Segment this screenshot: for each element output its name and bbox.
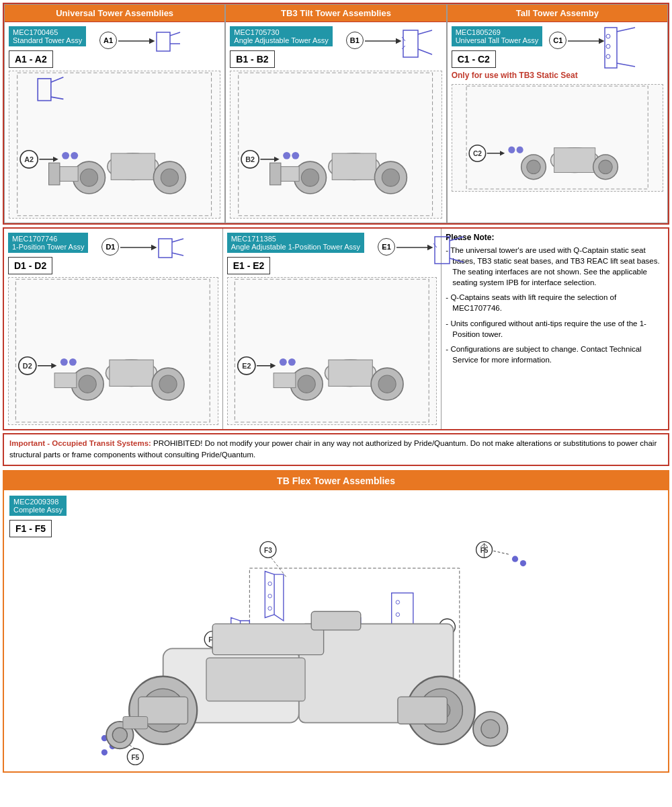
universal-node-a1-area: A1 [86,26,220,68]
tb-flex-svg: F3 F5 F4 F1 F2 [9,537,663,766]
note-item-4: - Configurations are subject to change. … [446,344,664,365]
tb-flex-body: MEC2009398 Complete Assy F1 - F5 F3 F5 [4,490,668,771]
svg-rect-151 [206,658,305,701]
arrow-b1 [365,34,405,48]
svg-point-52 [508,147,515,153]
svg-point-69 [69,358,77,366]
svg-point-18 [161,169,178,186]
svg-point-36 [302,169,319,186]
note-list: - The universal tower's are used with Q-… [446,245,664,365]
svg-text:F5: F5 [131,753,139,761]
tb3-body: MEC1705730 Angle Adjustable Tower Assy B… [226,22,446,223]
svg-rect-4 [17,73,212,216]
warning-bold-label: Important - Occupied Transit Systems: [9,439,151,447]
tall-svg: C2 [452,85,663,191]
svg-rect-71 [110,360,153,386]
e-part-info: MEC1711385 Angle Adjustable 1-Position T… [227,233,364,274]
node-c1: C1 [549,32,566,49]
bracket-a1 [153,29,187,56]
svg-text:D2: D2 [23,362,32,370]
svg-point-145 [481,720,500,738]
svg-rect-150 [123,716,148,728]
svg-point-91 [298,375,315,393]
svg-rect-64 [15,279,210,422]
svg-point-16 [80,169,97,186]
d-part-box: MEC1707746 1-Position Tower Assy [8,233,88,253]
e-node-e1-area: E1 [364,233,437,274]
tall-body: MEC1805269 Universal Tall Tower Assy C1 … [448,22,667,196]
svg-rect-48 [466,86,648,189]
svg-rect-22 [403,30,418,57]
tall-diagram: C2 [452,84,663,192]
svg-point-59 [598,160,612,174]
bracket-b1 [400,29,437,63]
bottom-section: TB Flex Tower Assemblies MEC2009398 Comp… [3,470,669,773]
tb3-part-number: MEC1705730 [234,28,279,36]
tb3-header: TB3 Tilt Tower Assemblies [226,5,446,22]
tb-flex-top-row: MEC2009398 Complete Assy F1 - F5 [9,496,663,537]
node-e1: E1 [378,238,395,256]
tb3-part-box: MEC1705730 Angle Adjustable Tower Assy [230,26,332,46]
svg-point-100 [520,560,526,566]
universal-body: MEC1700465 Standard Tower Assy A1 - A2 A… [5,22,224,223]
panel-tall: Tall Tower Assemby MEC1805269 Universal … [447,4,668,223]
arrow-e1 [396,241,437,254]
node-b1: B1 [346,32,364,49]
tall-part-name: Universal Tall Tower Assy [456,36,539,44]
svg-point-45 [606,34,610,38]
note-item-3: - Units configured without anti-tips req… [446,318,664,340]
universal-svg: A2 [9,71,220,218]
please-note-title: Please Note: [446,233,664,242]
universal-part-number: MEC1700465 [13,28,58,36]
e-part-name: Angle Adjustable 1-Position Tower Assy [231,243,360,251]
svg-text:B2: B2 [246,155,255,163]
d-top-row: MEC1707746 1-Position Tower Assy D1 - D2… [8,233,218,274]
e-diagram: E2 [227,277,437,425]
tb-flex-range: F1 - F5 [9,520,52,537]
svg-rect-5 [38,79,51,101]
universal-part-info: MEC1700465 Standard Tower Assy A1 - A2 [9,26,86,68]
node-a1: A1 [99,32,117,49]
f3-bracket-shape [265,571,284,621]
svg-point-57 [526,160,540,174]
svg-text:F3: F3 [264,546,272,553]
tall-node-c1-area: C1 [542,26,663,68]
tb3-part-info: MEC1705730 Angle Adjustable Tower Assy B… [230,26,332,68]
arrow-a1 [118,34,159,48]
svg-text:C2: C2 [473,150,482,157]
svg-point-53 [516,147,523,153]
svg-rect-61 [159,239,172,258]
universal-part-box: MEC1700465 Standard Tower Assy [9,26,86,46]
svg-line-62 [172,239,183,242]
svg-rect-149 [398,697,448,724]
d-range: D1 - D2 [8,257,52,274]
svg-point-32 [292,152,300,159]
tb-flex-header: TB Flex Tower Assemblies [4,471,668,490]
bracket-e1 [431,235,468,269]
svg-point-120 [268,582,272,586]
e-top-row: MEC1711385 Angle Adjustable 1-Position T… [227,233,437,274]
svg-point-46 [606,44,610,48]
panel-d: MEC1707746 1-Position Tower Assy D1 - D2… [4,229,223,429]
universal-part-name: Standard Tower Assy [13,36,82,44]
svg-point-128 [396,613,400,617]
svg-line-2 [170,32,180,36]
warning-bar: Important - Occupied Transit Systems: PR… [3,433,669,466]
svg-line-24 [418,49,432,54]
e-svg: E2 [228,278,437,424]
svg-rect-78 [435,237,450,264]
svg-point-147 [112,728,127,742]
svg-point-111 [101,749,108,755]
tb-flex-part-box: MEC2009398 Complete Assy [9,496,67,516]
tb3-svg: B2 [230,71,441,218]
svg-line-101 [493,551,510,555]
svg-line-79 [450,237,464,241]
d-node-d1-area: D1 [88,233,218,274]
tall-part-box: MEC1805269 Universal Tall Tower Assy [452,26,543,46]
arrow-d1 [120,241,161,254]
svg-point-86 [280,358,287,366]
tb3-node-b1-area: B1 [333,26,442,68]
panel-universal: Universal Tower Assemblies MEC1700465 St… [4,4,225,223]
note-item-1: - The universal tower's are used with Q-… [446,245,664,288]
svg-rect-20 [49,163,60,185]
